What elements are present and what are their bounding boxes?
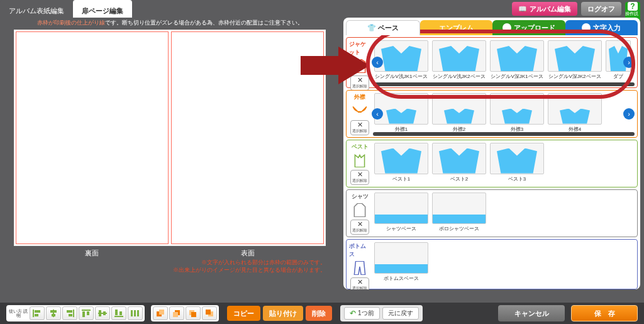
section-shirt-title: シャツ <box>352 193 369 201</box>
vest-clear-button[interactable]: ✕選択解除 <box>350 170 369 185</box>
cat-tab-base-label: ベース <box>378 23 399 33</box>
svg-rect-26 <box>191 312 196 317</box>
layer-tool-group <box>151 305 219 321</box>
page-front[interactable] <box>171 31 324 244</box>
thumb-jacket[interactable]: シングルV浅JK2ベース <box>432 40 486 80</box>
svg-rect-24 <box>173 312 178 317</box>
section-jacket: ジャケット ✕選択解除 ‹ シングルV浅JK1ベース シングルV浅JK2ベース … <box>346 37 638 88</box>
page-canvas[interactable] <box>14 30 326 246</box>
cancel-button[interactable]: キャンセル <box>498 305 565 321</box>
thumb-shirt[interactable]: シャツベース <box>374 193 428 232</box>
section-vest-title: ベスト <box>352 143 369 151</box>
shirt-clear-button[interactable]: ✕選択解除 <box>350 220 369 235</box>
label-back: 裏面 <box>85 249 99 258</box>
page-back[interactable] <box>16 31 169 244</box>
svg-rect-7 <box>67 310 72 313</box>
outer-prev-button[interactable]: ‹ <box>372 108 383 120</box>
thumb-outer[interactable]: 外襟2 <box>432 93 486 133</box>
jacket-prev-button[interactable]: ‹ <box>372 57 383 68</box>
svg-rect-4 <box>50 310 57 313</box>
canvas-footnotes: ※文字が入れられる部分は赤枠の範囲のみです。 ※出来上がりのイメージが見た目と異… <box>14 259 326 274</box>
save-button[interactable]: 保 存 <box>571 305 638 321</box>
tab-spread-edit[interactable]: 扉ページ編集 <box>73 0 132 18</box>
thumb-bottoms[interactable]: ボトムスベース <box>374 242 428 282</box>
undo-group: ↶1つ前 元に戻す <box>340 305 423 321</box>
distribute-button[interactable] <box>128 306 143 320</box>
copy-button[interactable]: コピー <box>227 306 260 321</box>
paste-button[interactable]: 貼り付け <box>263 306 303 321</box>
svg-rect-11 <box>87 311 89 315</box>
tab-cover-edit[interactable]: アルバム表紙編集 <box>0 0 73 18</box>
svg-rect-19 <box>134 310 136 316</box>
album-edit-label: アルバム編集 <box>530 4 571 14</box>
svg-rect-20 <box>137 310 139 316</box>
svg-rect-1 <box>35 310 40 313</box>
collar-icon <box>352 104 368 118</box>
question-icon: ? <box>628 2 638 11</box>
svg-rect-18 <box>131 310 133 316</box>
undo-button[interactable]: ↶1つ前 <box>344 307 380 320</box>
svg-rect-10 <box>82 311 85 317</box>
tshirt-icon: 👕 <box>367 24 376 32</box>
thumb-outer[interactable]: 外襟4 <box>548 93 602 133</box>
reset-button[interactable]: 元に戻す <box>382 307 419 320</box>
svg-rect-16 <box>115 310 118 315</box>
cat-tab-emblem[interactable]: エンブレム <box>420 20 493 35</box>
thumb-vest[interactable]: ベスト3 <box>490 143 544 182</box>
album-edit-button[interactable]: 📖 アルバム編集 <box>512 2 577 16</box>
delete-button[interactable]: 削除 <box>306 306 332 321</box>
thumb-vest[interactable]: ベスト1 <box>374 143 428 182</box>
safety-notice: 赤枠が印刷後の仕上がり線です。断ち切り位置がズレる場合がある為、赤枠付近の配置は… <box>37 19 303 27</box>
jacket-next-button[interactable]: › <box>623 57 635 68</box>
svg-rect-2 <box>35 314 38 316</box>
thumb-vest[interactable]: ベスト2 <box>432 143 486 182</box>
tool-howto[interactable]: 使い方 説明 <box>8 309 28 318</box>
svg-rect-15 <box>114 316 123 317</box>
svg-rect-9 <box>82 310 91 311</box>
send-backward-button[interactable] <box>186 306 201 320</box>
thumb-shirt[interactable]: ポロシャツベース <box>432 193 486 232</box>
book-icon: 📖 <box>518 5 527 13</box>
label-front: 表面 <box>241 249 255 258</box>
align-vcenter-button[interactable] <box>95 306 110 320</box>
bring-forward-button[interactable] <box>169 306 184 320</box>
svg-rect-6 <box>73 310 74 317</box>
cat-tab-text[interactable]: T文字入力 <box>565 20 638 35</box>
section-outer-collar: 外襟 ✕選択解除 ‹ 外襟1 外襟2 外襟3 外襟4 › <box>346 90 638 138</box>
shirt-icon <box>352 203 368 217</box>
jacket-icon <box>352 59 368 73</box>
outer-next-button[interactable]: › <box>623 108 635 120</box>
svg-rect-22 <box>159 310 164 315</box>
svg-rect-5 <box>52 314 55 316</box>
svg-rect-14 <box>103 311 106 315</box>
svg-rect-8 <box>69 314 72 316</box>
logoff-button[interactable]: ログオフ <box>581 2 621 16</box>
section-shirt: シャツ ✕選択解除 シャツベース ポロシャツベース <box>346 189 638 237</box>
send-back-button[interactable] <box>202 306 217 320</box>
jacket-clear-button[interactable]: ✕選択解除 <box>350 75 369 91</box>
pants-icon <box>352 261 368 275</box>
thumb-jacket[interactable]: シングルV深JK1ベース <box>490 40 544 80</box>
align-tool-group: 使い方 説明 <box>6 305 145 321</box>
bring-front-button[interactable] <box>153 306 168 320</box>
cat-tab-upload[interactable]: ↑アップロード <box>492 20 565 35</box>
section-bottoms-title: ボトムス <box>349 242 370 259</box>
thumb-outer[interactable]: 外襟3 <box>490 93 544 133</box>
section-bottoms: ボトムス ✕選択解除 ボトムスベース <box>346 239 638 290</box>
align-hcenter-button[interactable] <box>46 306 61 320</box>
align-right-button[interactable] <box>62 306 77 320</box>
section-outer-title: 外襟 <box>354 93 365 101</box>
section-jacket-title: ジャケット <box>349 40 370 57</box>
bottoms-clear-button[interactable]: ✕選択解除 <box>350 277 369 290</box>
cat-tab-base[interactable]: 👕 ベース <box>346 20 420 35</box>
section-vest: ベスト ✕選択解除 ベスト1 ベスト2 ベスト3 <box>346 140 638 187</box>
svg-rect-28 <box>206 310 211 315</box>
svg-rect-17 <box>119 311 122 315</box>
thumb-jacket[interactable]: シングルV深JK2ベース <box>548 40 602 80</box>
align-top-button[interactable] <box>79 306 94 320</box>
vest-icon <box>352 154 368 167</box>
outer-clear-button[interactable]: ✕選択解除 <box>350 120 369 135</box>
svg-rect-0 <box>33 310 34 317</box>
align-bottom-button[interactable] <box>111 306 126 320</box>
align-left-button[interactable] <box>30 306 45 320</box>
